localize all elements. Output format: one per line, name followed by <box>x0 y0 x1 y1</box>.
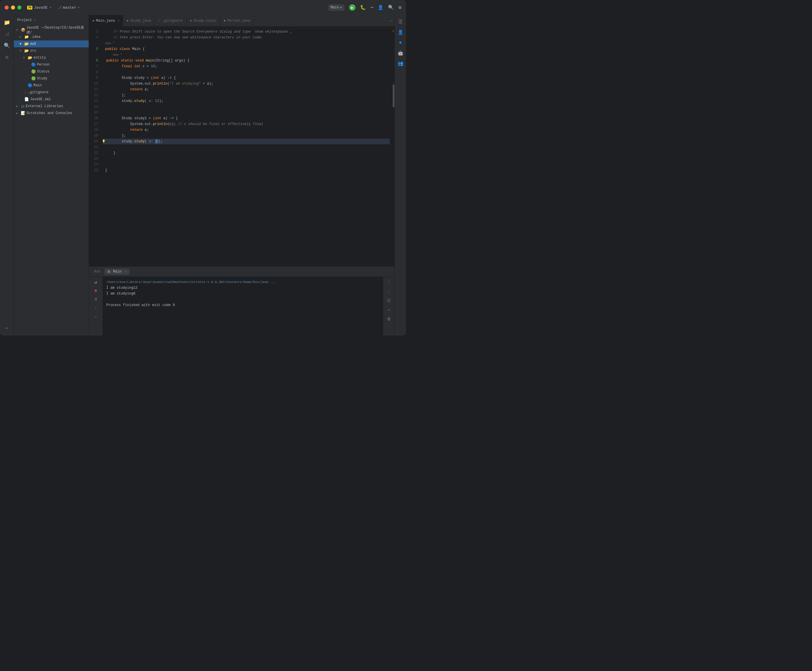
sidebar-item-project[interactable]: 📁 <box>2 17 12 28</box>
tree-item-root[interactable]: ▼ 📦 JavaSE ~/Desktop/CS/JavaSE基礎/ <box>14 27 89 34</box>
bottom-stop-icon[interactable]: ■ <box>91 287 101 295</box>
right-icon-account[interactable]: 👤 <box>396 28 405 37</box>
tree-item-gitignore[interactable]: ○ .gitignore <box>14 89 89 96</box>
settings-icon[interactable]: ⚙ <box>398 5 402 10</box>
code-line-10: System.out.println("I am studying" + a); <box>103 81 390 87</box>
tree-label-gitignore: .gitignore <box>28 90 49 94</box>
tree-item-src[interactable]: ▼ 📂 src <box>14 48 89 54</box>
account-icon[interactable]: 👤 <box>378 5 383 10</box>
code-line-20: 💡 study.study( a: 8); <box>103 139 390 144</box>
tree-item-external-libs[interactable]: ▶ 🗂 External Libraries <box>14 103 89 110</box>
tree-item-iml[interactable]: 📄 JavaSE.iml <box>14 96 89 103</box>
class-icon-person: 🔵 <box>31 62 36 67</box>
maximize-button[interactable] <box>17 5 21 10</box>
line-numbers: 3 4 5 6 7 8 9 10 11 12 13 <box>89 27 103 266</box>
run-config-name: Main <box>330 5 339 10</box>
code-line-new1: new * <box>103 41 390 46</box>
code-line-4: // then press Enter. You can now see whi… <box>103 35 390 41</box>
code-line-17: System.out.println(c); // c should be fi… <box>103 121 390 127</box>
tab-icon-studyclass: ● <box>190 19 192 22</box>
panel-layout: ● Main.java ✕ ● Study.java ○ .gitignore <box>89 15 395 336</box>
bottom-filter-icon[interactable]: ☰ <box>384 296 393 305</box>
code-line-25: } <box>103 167 390 173</box>
sidebar-item-find[interactable]: 🔍 <box>2 41 12 51</box>
run-config-dropdown[interactable]: Main ▾ <box>329 4 344 11</box>
tree-arrow-idea: ▶ <box>20 35 23 39</box>
tab-person-java[interactable]: ● Person.java <box>220 15 254 26</box>
tree-arrow-root: ▼ <box>16 29 20 32</box>
more-actions-icon[interactable]: ⋯ <box>371 5 373 10</box>
terminal-content: /Users/eve/Library/Java/JavaVirtualMachi… <box>103 277 383 336</box>
tab-study-java[interactable]: ● Study.java <box>123 15 155 26</box>
iml-icon: 📄 <box>24 97 29 102</box>
code-editor[interactable]: 3 4 5 6 7 8 9 10 11 12 13 <box>89 27 395 266</box>
minimize-button[interactable] <box>11 5 15 10</box>
plugins-icon: ⊞ <box>5 54 9 60</box>
project-tree: ▼ 📦 JavaSE ~/Desktop/CS/JavaSE基礎/ ▶ 📁 .i… <box>14 26 89 336</box>
code-line-9: Study study = (int a) -> { <box>103 75 390 81</box>
bottom-tabs: Run Main ✕ <box>89 266 395 277</box>
code-line-14 <box>103 104 390 110</box>
project-label: Project <box>17 18 32 22</box>
bottom-suspend-icon[interactable]: ⏸ <box>91 295 101 303</box>
folder-icon-idea: 📁 <box>24 35 29 39</box>
project-header[interactable]: Project ▾ <box>14 15 89 26</box>
search-everywhere-icon[interactable]: 🔍 <box>388 5 394 10</box>
tab-close-main[interactable]: ✕ <box>117 19 119 22</box>
folder-icon-entity: 📂 <box>28 55 32 60</box>
code-content[interactable]: // Press Shift twice to open the Search … <box>103 27 390 266</box>
bottom-wrap-icon[interactable]: ↩ <box>384 306 393 314</box>
tab-icon-study: ● <box>126 19 128 22</box>
sidebar-item-plugins[interactable]: ⊞ <box>2 52 12 62</box>
warning-icon-20[interactable]: 💡 <box>103 139 106 144</box>
tree-arrow-out: ▼ <box>20 43 23 46</box>
tree-item-main[interactable]: 🔵 Main <box>14 82 89 89</box>
sidebar-item-git[interactable]: ⎇ <box>2 29 12 39</box>
run-button[interactable]: ▶ <box>349 4 356 11</box>
bottom-restore-icon[interactable]: ↕ <box>91 304 101 312</box>
tree-item-person[interactable]: 🔵 Person <box>14 61 89 68</box>
bottom-rerun-icon[interactable]: ↺ <box>91 278 101 286</box>
tree-arrow-scratches: ▶ <box>16 111 20 115</box>
tree-item-status[interactable]: 🟢 Status <box>14 68 89 75</box>
bottom-tab-main[interactable]: Main ✕ <box>104 269 129 275</box>
close-button[interactable] <box>5 5 9 10</box>
bottom-tab-main-label: Main <box>113 270 122 274</box>
right-icon-database[interactable]: 🗄 <box>396 17 405 27</box>
right-icon-collab[interactable]: 👥 <box>396 59 405 68</box>
bottom-more-icon[interactable]: ⋯ <box>91 313 101 321</box>
branch-selector[interactable]: ⎇ master ▾ <box>58 5 80 10</box>
bottom-left-icons: ↺ ■ ⏸ ↕ ⋯ <box>89 277 103 336</box>
bottom-trash-icon[interactable]: 🗑 <box>384 315 393 323</box>
tree-item-study[interactable]: 🟢 Study <box>14 75 89 82</box>
scratches-icon: 📝 <box>21 111 26 116</box>
branch-name: master <box>63 5 77 10</box>
bottom-up-icon[interactable]: ↑ <box>384 278 393 286</box>
tab-gitignore[interactable]: ○ .gitignore <box>155 15 187 26</box>
tree-label-person: Person <box>37 63 49 67</box>
tab-overflow-button[interactable]: ⋯ <box>388 19 395 23</box>
right-icon-ai[interactable]: 🤖 <box>396 48 405 58</box>
tree-label-out: out <box>30 42 36 46</box>
tab-main-java[interactable]: ● Main.java ✕ <box>89 15 123 26</box>
scrollbar-thumb[interactable] <box>393 84 395 107</box>
bottom-right-icons: ↑ ↓ ☰ ↩ 🗑 <box>383 277 395 336</box>
ext-libs-icon: 🗂 <box>21 104 25 109</box>
tab-study-class[interactable]: ● Study.class <box>187 15 220 26</box>
bottom-section: Run Main ✕ ↺ ■ ⏸ <box>89 266 395 336</box>
bottom-down-icon[interactable]: ↓ <box>384 287 393 295</box>
code-line-7: final int c = 10; <box>103 63 390 69</box>
debug-icon[interactable]: 🐛 <box>360 5 366 10</box>
bottom-tab-run[interactable]: Run <box>91 269 103 275</box>
bottom-tab-close[interactable]: ✕ <box>125 270 126 273</box>
tab-bar: ● Main.java ✕ ● Study.java ○ .gitignore <box>89 15 395 27</box>
sidebar-item-more[interactable]: ⋯ <box>2 323 12 333</box>
tree-item-scratches[interactable]: ▶ 📝 Scratches and Consoles <box>14 110 89 117</box>
right-icon-copilot[interactable]: ● <box>396 38 405 48</box>
tree-label-status: Status <box>37 70 49 73</box>
editor-section: ● Main.java ✕ ● Study.java ○ .gitignore <box>89 15 395 266</box>
tree-item-out[interactable]: ▼ 📂 out <box>14 41 89 48</box>
terminal-path: /Users/eve/Library/Java/JavaVirtualMachi… <box>106 279 380 285</box>
run-indicator <box>107 270 110 273</box>
tree-item-entity[interactable]: ▼ 📂 entity <box>14 54 89 61</box>
